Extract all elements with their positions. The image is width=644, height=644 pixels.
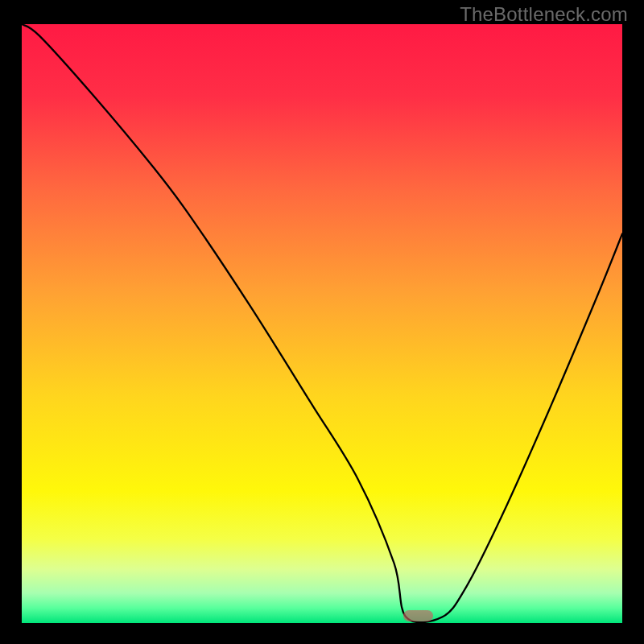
- chart-frame: TheBottleneck.com: [0, 0, 644, 644]
- optimal-zone-marker: [403, 610, 433, 621]
- plot-area: [22, 24, 622, 623]
- bottleneck-curve: [22, 24, 622, 623]
- watermark-text: TheBottleneck.com: [460, 3, 628, 26]
